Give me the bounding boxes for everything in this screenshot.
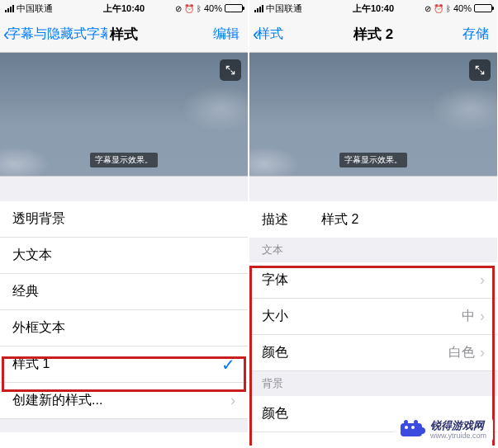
color-row[interactable]: 颜色 白色 › [249, 335, 497, 371]
carrier-label: 中国联通 [266, 2, 302, 15]
back-button[interactable]: ‹ 样式 [249, 26, 283, 44]
chevron-right-icon: › [480, 308, 485, 325]
battery-pct: 40% [453, 3, 472, 13]
back-label: 字幕与隐藏式字幕 [7, 26, 107, 43]
watermark-brand: 锐得游戏网 [430, 420, 486, 431]
status-bar: 中国联通 上午10:40 ⊘ ⏰ ᛒ 40% [249, 0, 497, 17]
watermark-url: www.ytruide.com [430, 431, 486, 440]
page-title: 样式 2 [353, 25, 393, 44]
chevron-right-icon: › [480, 344, 485, 361]
battery-pct: 40% [204, 3, 222, 13]
signal-icon [5, 5, 14, 12]
watermark-logo-icon [401, 421, 425, 439]
row-label: 透明背景 [12, 210, 65, 228]
description-row[interactable]: 描述 样式 2 [249, 201, 497, 238]
orientation-lock-icon: ⊘ [175, 4, 182, 13]
font-row[interactable]: 字体 › [249, 262, 497, 299]
preview-pane: 字幕显示效果。 [0, 53, 248, 177]
row-label: 大文本 [12, 247, 52, 264]
expand-button[interactable] [469, 59, 491, 81]
row-value: 白色 [448, 344, 475, 361]
signal-icon [254, 5, 263, 12]
expand-button[interactable] [220, 59, 241, 81]
screen-styles-list: 中国联通 上午10:40 ⊘ ⏰ ᛒ 40% ‹ 字幕与隐藏式字幕 样式 编辑 [0, 0, 248, 432]
status-bar: 中国联通 上午10:40 ⊘ ⏰ ᛒ 40% [0, 0, 248, 17]
row-label: 创建新的样式... [12, 392, 102, 409]
alarm-icon: ⏰ [184, 4, 194, 13]
preview-pane: 字幕显示效果。 [249, 53, 497, 177]
alarm-icon: ⏰ [434, 4, 443, 13]
row-label: 颜色 [262, 344, 288, 361]
row-label: 外框文本 [12, 319, 65, 337]
save-button[interactable]: 存储 [462, 26, 489, 43]
size-row[interactable]: 大小 中 › [249, 299, 497, 335]
caption-sample: 字幕显示效果。 [90, 153, 158, 167]
row-label: 样式 1 [12, 356, 50, 373]
back-label: 样式 [257, 26, 283, 43]
style-option-selected[interactable]: 样式 1 ✓ [0, 347, 248, 383]
orientation-lock-icon: ⊘ [424, 4, 431, 13]
chevron-right-icon: › [230, 392, 235, 409]
row-label: 描述 [262, 211, 288, 229]
expand-icon [474, 64, 486, 76]
battery-icon [474, 4, 492, 12]
battery-icon [225, 4, 243, 12]
clock-label: 上午10:40 [103, 2, 145, 15]
section-header-background: 背景 [249, 371, 497, 396]
bluetooth-icon: ᛒ [197, 4, 202, 13]
style-option[interactable]: 外框文本 [0, 310, 248, 347]
chevron-right-icon: › [480, 271, 485, 289]
row-label: 经典 [12, 283, 39, 300]
row-label: 颜色 [262, 405, 288, 422]
clock-label: 上午10:40 [353, 2, 394, 15]
nav-bar: ‹ 字幕与隐藏式字幕 样式 编辑 [0, 17, 248, 53]
row-value: 中 [462, 308, 475, 325]
expand-icon [225, 64, 236, 76]
watermark: 锐得游戏网 www.ytruide.com [394, 417, 493, 443]
style-option[interactable]: 透明背景 [0, 201, 248, 238]
edit-button[interactable]: 编辑 [213, 26, 240, 43]
row-label: 字体 [262, 271, 288, 289]
style-option[interactable]: 大文本 [0, 238, 248, 274]
page-title: 样式 [110, 25, 138, 44]
create-new-style-button[interactable]: 创建新的样式... › [0, 383, 248, 419]
caption-sample: 字幕显示效果。 [339, 153, 407, 167]
checkmark-icon: ✓ [221, 355, 235, 375]
nav-bar: ‹ 样式 样式 2 存储 [249, 17, 497, 53]
row-label: 大小 [262, 308, 288, 325]
description-value: 样式 2 [321, 211, 358, 229]
carrier-label: 中国联通 [17, 2, 53, 15]
back-button[interactable]: ‹ 字幕与隐藏式字幕 [0, 26, 107, 44]
style-option[interactable]: 经典 [0, 274, 248, 310]
bluetooth-icon: ᛒ [446, 4, 451, 13]
section-header-text: 文本 [249, 238, 497, 262]
screen-style-edit: 中国联通 上午10:40 ⊘ ⏰ ᛒ 40% ‹ 样式 样式 2 存储 [249, 0, 497, 432]
